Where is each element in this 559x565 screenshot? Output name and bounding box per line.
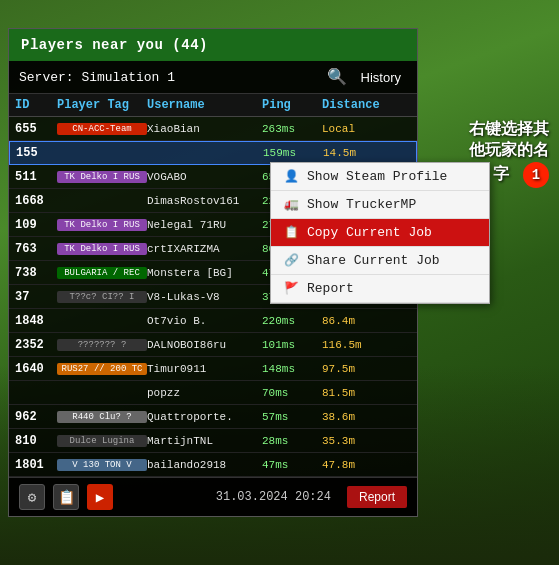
- table-row[interactable]: 655 CN-ACC-Team XiaoBian 263ms Local: [9, 117, 417, 141]
- player-id: 37: [15, 290, 57, 304]
- player-username: popzz: [147, 387, 262, 399]
- player-username: MartijnTNL: [147, 435, 262, 447]
- table-row[interactable]: 2352 ??????? ? DALNOBOI86ru 101ms 116.5m: [9, 333, 417, 357]
- player-id: 155: [16, 146, 58, 160]
- context-menu-item[interactable]: 🚩 Report: [271, 275, 489, 303]
- badge-1: 1: [523, 162, 549, 188]
- player-id: 738: [15, 266, 57, 280]
- player-username: V8-Lukas-V8: [147, 291, 262, 303]
- ctx-item-icon: 🚛: [283, 197, 299, 212]
- player-distance: 116.5m: [322, 339, 392, 351]
- player-username: DimasRostov161: [147, 195, 262, 207]
- player-tag: RUS27 // 200 TC: [57, 363, 147, 375]
- table-row[interactable]: 1848 Ot7vio B. 220ms 86.4m: [9, 309, 417, 333]
- context-menu: 👤 Show Steam Profile 🚛 Show TruckerMP 📋 …: [270, 162, 490, 304]
- player-ping: 101ms: [262, 339, 322, 351]
- player-tag: ??????? ?: [57, 339, 147, 351]
- player-id: 1668: [15, 194, 57, 208]
- player-username: bailando2918: [147, 459, 262, 471]
- player-tag: BULGARIA / REC: [57, 267, 147, 279]
- player-ping: 159ms: [263, 147, 323, 159]
- player-distance: 47.8m: [322, 459, 392, 471]
- player-distance: 86.4m: [322, 315, 392, 327]
- player-ping: 57ms: [262, 411, 322, 423]
- table-row[interactable]: 810 Dulce Lugina MartijnTNL 28ms 35.3m: [9, 429, 417, 453]
- player-id: 962: [15, 410, 57, 424]
- settings-icon[interactable]: ⚙: [19, 484, 45, 510]
- player-tag: T??c? CI?? I: [57, 291, 147, 303]
- ctx-item-label: Share Current Job: [307, 253, 440, 268]
- player-distance: 38.6m: [322, 411, 392, 423]
- player-username: VOGABO: [147, 171, 262, 183]
- panel-header: Players near you (44): [9, 29, 417, 61]
- col-username: Username: [147, 98, 262, 112]
- player-username: Monstera [BG]: [147, 267, 262, 279]
- ctx-item-label: Show Steam Profile: [307, 169, 447, 184]
- player-distance: 81.5m: [322, 387, 392, 399]
- player-ping: 220ms: [262, 315, 322, 327]
- player-tag: TK Delko I RUS: [57, 243, 147, 255]
- player-id: 109: [15, 218, 57, 232]
- player-tag: TK Delko I RUS: [57, 171, 147, 183]
- player-username: Timur0911: [147, 363, 262, 375]
- ctx-item-label: Copy Current Job: [307, 225, 432, 240]
- context-menu-item[interactable]: 🔗 Share Current Job: [271, 247, 489, 275]
- panel-footer: ⚙ 📋 ▶ 31.03.2024 20:24 Report: [9, 477, 417, 516]
- table-row[interactable]: 962 R440 Clu? ? Quattroporte. 57ms 38.6m: [9, 405, 417, 429]
- context-menu-item[interactable]: 🚛 Show TruckerMP: [271, 191, 489, 219]
- player-ping: 148ms: [262, 363, 322, 375]
- player-ping: 263ms: [262, 123, 322, 135]
- player-distance: 97.5m: [322, 363, 392, 375]
- clipboard-icon[interactable]: 📋: [53, 484, 79, 510]
- col-distance: Distance: [322, 98, 392, 112]
- table-row[interactable]: popzz 70ms 81.5m: [9, 381, 417, 405]
- ctx-item-icon: 🔗: [283, 253, 299, 268]
- col-scroll: [392, 98, 412, 112]
- player-tag: R440 Clu? ?: [57, 411, 147, 423]
- history-button[interactable]: History: [355, 68, 407, 87]
- player-username: Nelegal 71RU: [147, 219, 262, 231]
- server-label: Server: Simulation 1: [19, 70, 175, 85]
- footer-datetime: 31.03.2024 20:24: [216, 490, 331, 504]
- player-username: Ot7vio B.: [147, 315, 262, 327]
- player-tag: TK Delko I RUS: [57, 219, 147, 231]
- player-tag: Dulce Lugina: [57, 435, 147, 447]
- col-player-tag: Player Tag: [57, 98, 147, 112]
- table-row[interactable]: 1801 V 130 TON V bailando2918 47ms 47.8m: [9, 453, 417, 477]
- expand-button[interactable]: ▶: [87, 484, 113, 510]
- player-distance: Local: [322, 123, 392, 135]
- panel-title: Players near you (44): [21, 37, 208, 53]
- server-row: Server: Simulation 1 🔍 History: [9, 61, 417, 94]
- player-distance: 14.5m: [323, 147, 393, 159]
- ctx-item-icon: 👤: [283, 169, 299, 184]
- player-tag: V 130 TON V: [57, 459, 147, 471]
- player-username: Quattroporte.: [147, 411, 262, 423]
- player-ping: 70ms: [262, 387, 322, 399]
- player-id: 1801: [15, 458, 57, 472]
- player-distance: 35.3m: [322, 435, 392, 447]
- player-id: 2352: [15, 338, 57, 352]
- player-username: XiaoBian: [147, 123, 262, 135]
- search-icon[interactable]: 🔍: [327, 67, 347, 87]
- player-id: 1640: [15, 362, 57, 376]
- context-menu-item[interactable]: 📋 Copy Current Job: [271, 219, 489, 247]
- ctx-item-icon: 🚩: [283, 281, 299, 296]
- player-id: 1848: [15, 314, 57, 328]
- player-id: 511: [15, 170, 57, 184]
- player-username: DALNOBOI86ru: [147, 339, 262, 351]
- player-id: 655: [15, 122, 57, 136]
- player-id: 763: [15, 242, 57, 256]
- table-header: ID Player Tag Username Ping Distance: [9, 94, 417, 117]
- ctx-item-icon: 📋: [283, 225, 299, 240]
- player-id: 810: [15, 434, 57, 448]
- col-id: ID: [15, 98, 57, 112]
- col-ping: Ping: [262, 98, 322, 112]
- player-tag: CN-ACC-Team: [57, 123, 147, 135]
- player-username: crtIXARIZMA: [147, 243, 262, 255]
- player-ping: 28ms: [262, 435, 322, 447]
- context-menu-item[interactable]: 👤 Show Steam Profile: [271, 163, 489, 191]
- ctx-item-label: Report: [307, 281, 354, 296]
- table-row[interactable]: 1640 RUS27 // 200 TC Timur0911 148ms 97.…: [9, 357, 417, 381]
- report-button[interactable]: Report: [347, 486, 407, 508]
- player-ping: 47ms: [262, 459, 322, 471]
